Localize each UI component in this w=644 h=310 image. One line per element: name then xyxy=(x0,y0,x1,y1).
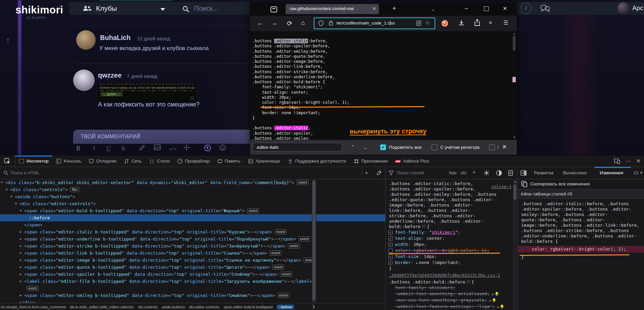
image-icon[interactable] xyxy=(154,144,163,152)
find-next-icon[interactable]: ⌄ xyxy=(363,145,367,150)
scroll-top-button[interactable]: ↑ xyxy=(5,35,10,46)
avatar[interactable] xyxy=(617,2,630,14)
username[interactable]: Арс xyxy=(632,4,643,12)
print-media-icon[interactable] xyxy=(508,170,513,176)
comment-author[interactable]: BuhaLich xyxy=(100,34,131,42)
css-declaration[interactable]: ✓font-size: 14px; xyxy=(386,254,517,260)
messages-icon[interactable] xyxy=(540,4,550,13)
css-declaration[interactable]: font-family: shikimori; xyxy=(386,285,517,291)
declaration-enabled-checkbox[interactable]: ✓ xyxy=(388,261,393,265)
selector-highlighter-icon[interactable] xyxy=(422,224,426,228)
font-family-link[interactable]: shikimori xyxy=(432,230,455,235)
markup-search-input[interactable]: Поиск в HTML xyxy=(11,170,40,175)
css-declaration[interactable]: ✓font-family: "shikimori"; xyxy=(386,229,517,235)
add-node-button[interactable]: + xyxy=(365,170,368,176)
sidebar-tab-computed[interactable]: Вычислено xyxy=(563,167,587,179)
devtools-tab-сеть[interactable]: Сеть xyxy=(120,156,145,167)
markup-row[interactable]: ▼<div class="b-shiki_editor shiki_editor… xyxy=(0,179,385,186)
comment-author[interactable]: qwzzee xyxy=(98,72,121,79)
collapse-twisty-icon[interactable]: ▼ xyxy=(1,179,3,186)
devtools-tab-инспектор[interactable]: Инспектор xyxy=(15,156,52,167)
back-icon[interactable]: ← xyxy=(257,19,263,27)
expand-twisty-icon[interactable]: ▶ xyxy=(20,257,21,264)
browser-tab[interactable]: raw.githubusercontent.com/ed-mai ✕ xyxy=(286,4,379,14)
fullscreen-icon[interactable]: ⛶ xyxy=(190,96,195,101)
upload-icon[interactable] xyxy=(204,144,213,152)
devtools-tab-профайлер[interactable]: Профайлер xyxy=(174,156,213,167)
find-input[interactable] xyxy=(253,143,342,151)
site-logo[interactable]: shikimori xyxy=(15,4,63,16)
markup-row[interactable]: ▼<div class="editor-controls"> xyxy=(0,200,385,207)
devtools-tab-приложение[interactable]: Приложение xyxy=(350,156,392,167)
css-declaration[interactable]: ✓border: ▶none !important; xyxy=(386,260,517,266)
avatar[interactable] xyxy=(73,70,95,91)
strike-icon[interactable]: S xyxy=(119,144,128,152)
expand-twisty-icon[interactable]: ▶ xyxy=(20,271,21,278)
css-declaration[interactable]: ✓width: 20px; xyxy=(386,241,517,248)
share-icon[interactable] xyxy=(474,19,480,26)
rules-scrollbar[interactable]: ▲ xyxy=(513,179,517,310)
devtools-tab-adblock-plus[interactable]: ABPAdblock Plus xyxy=(392,156,433,167)
search-icon[interactable] xyxy=(182,5,190,13)
forward-icon[interactable]: → xyxy=(271,19,278,27)
sidebar-toggle-icon[interactable] xyxy=(521,170,527,176)
italic-icon[interactable]: I xyxy=(90,144,98,152)
all-tabs-chevron-icon[interactable]: ▼ xyxy=(640,167,643,179)
stylesheet-source-link[interactable]: …16d88f2f4a7a544330db0bfcd6ec65223c39a.c… xyxy=(389,273,500,278)
devtools-tab-отладчик[interactable]: Отладчик xyxy=(85,156,120,167)
markup-row[interactable]: ▶<label class="editor-file b-tooltipped"… xyxy=(0,278,385,285)
breadcrumb-item[interactable]: div.controls xyxy=(138,305,157,309)
declaration-enabled-checkbox[interactable]: ✓ xyxy=(388,255,393,259)
overflow-menu-icon[interactable]: » xyxy=(489,19,492,26)
event-badge[interactable]: event xyxy=(272,265,284,270)
markup-row[interactable]: </span> xyxy=(0,221,385,228)
css-declaration[interactable]: -moz-osx-font-smoothing: grayscale;⚠💡 xyxy=(386,297,517,304)
markup-row[interactable]: </div> xyxy=(0,299,385,303)
markup-row[interactable]: ▶<span class="editor-underline b-tooltip… xyxy=(0,235,385,242)
url-input[interactable]: ter/cssfiles/main_code_1.css xyxy=(337,20,395,26)
reader-mode-icon[interactable] xyxy=(416,20,421,26)
breadcrumb-item[interactable]: span.editor-bold.b-tooltipped xyxy=(224,305,273,309)
match-case-checkbox[interactable] xyxy=(432,144,437,150)
class-toggle[interactable]: .cls xyxy=(460,170,466,175)
declaration-disabled-checkbox[interactable] xyxy=(388,249,393,253)
sidebar-tab-changes[interactable]: Изменения xyxy=(600,167,623,179)
window-minimize-button[interactable]: – xyxy=(465,5,468,12)
stylesheet-source-label[interactable]: Inline таблица стилей #5 xyxy=(518,189,644,199)
breadcrumb-item[interactable]: ::before xyxy=(277,305,294,309)
lock-icon[interactable] xyxy=(329,20,333,26)
expand-shorthand-icon[interactable]: ▶ xyxy=(416,261,418,265)
link-icon[interactable] xyxy=(139,144,147,152)
responsive-design-icon[interactable] xyxy=(614,159,620,164)
reload-icon[interactable]: ⟳ xyxy=(287,19,292,27)
selected-node-row[interactable]: ::before xyxy=(0,214,385,221)
sidebar-tab-layout[interactable]: Разметка xyxy=(534,167,553,179)
eyedropper-icon[interactable] xyxy=(376,170,382,176)
shield-icon[interactable] xyxy=(318,20,324,26)
expand-twisty-icon[interactable]: ▶ xyxy=(20,242,21,250)
markup-scrollbar[interactable] xyxy=(312,180,316,303)
breadcrumb-item[interactable]: rm.simple_form.b-form.new_comment xyxy=(1,305,66,309)
css-declaration[interactable]: ✓text-align: center; xyxy=(386,235,517,241)
match-case-label[interactable]: С учётом регистра xyxy=(440,145,480,150)
event-badge[interactable]: event xyxy=(297,180,309,185)
flex-badge[interactable]: flex xyxy=(70,187,79,192)
breadcrumb-scroll-icon[interactable]: ❯ xyxy=(312,304,315,309)
devtools-menu-icon[interactable]: ⋯ xyxy=(626,158,631,164)
smiley-icon[interactable] xyxy=(219,144,228,152)
scroll-down-icon[interactable]: ▼ xyxy=(513,136,516,139)
declaration-enabled-checkbox[interactable]: ✓ xyxy=(388,230,393,235)
breadcrumb-item[interactable]: aside.buttons xyxy=(162,305,185,309)
nav-clubs[interactable]: Клубы xyxy=(96,4,117,12)
event-badge[interactable]: event xyxy=(278,293,290,298)
sidebar-tab-compatibility[interactable]: Совместимость xyxy=(634,167,639,179)
event-badge[interactable]: event xyxy=(288,243,300,249)
markup-row[interactable]: event xyxy=(0,285,385,292)
collapse-twisty-icon[interactable]: ▼ xyxy=(15,200,17,207)
collapse-twisty-icon[interactable]: ▼ xyxy=(20,207,21,214)
firefox-view-icon[interactable] xyxy=(270,6,278,13)
expand-twisty-icon[interactable]: ▶ xyxy=(20,235,21,242)
hamburger-menu-icon[interactable]: ☰ xyxy=(503,19,508,26)
markup-row[interactable]: ▶<span class="editor-link b-tooltipped" … xyxy=(0,250,385,257)
expand-twisty-icon[interactable]: ▶ xyxy=(20,278,21,285)
